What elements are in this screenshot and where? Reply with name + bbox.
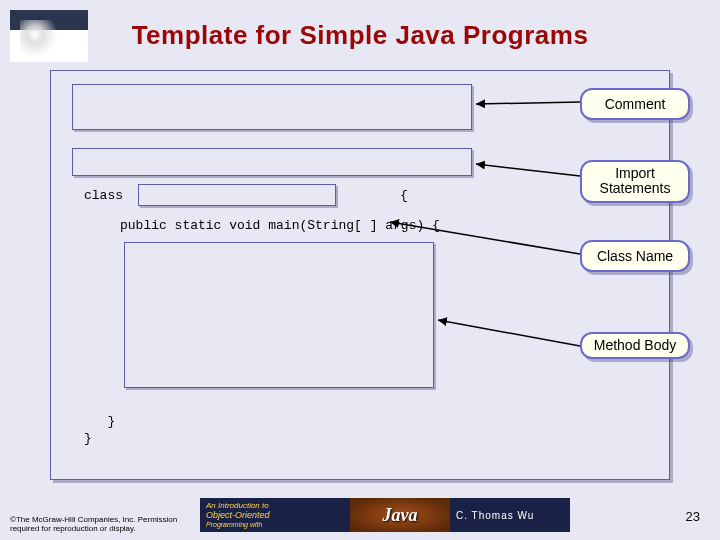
label-comment: Comment [580,88,690,120]
banner-logo: Java [350,498,450,532]
label-method-body-text: Method Body [594,337,677,353]
code-class-open-brace: { [400,188,408,203]
banner-line3: Programming with [206,521,344,529]
slide-thumbnail-image [10,10,88,62]
placeholder-method-body [124,242,434,388]
label-method-body: Method Body [580,332,690,359]
label-class-name: Class Name [580,240,690,272]
placeholder-class-name [138,184,336,206]
label-import: ImportStatements [580,160,690,203]
banner-author: C. Thomas Wu [450,498,570,532]
banner-line2: Object-Oriented [206,510,344,520]
slide: Template for Simple Java Programs class … [0,0,720,540]
footer-copyright: ©The McGraw-Hill Companies, Inc. Permiss… [10,516,190,534]
banner-logo-text: Java [383,505,418,526]
placeholder-comment [72,84,472,130]
code-main-signature: public static void main(String[ ] args) … [120,218,440,233]
page-number: 23 [686,509,700,524]
code-class-keyword: class [84,188,123,203]
placeholder-import [72,148,472,176]
code-closing-braces: } } [84,414,115,448]
book-banner: An Introduction to Object-Oriented Progr… [200,498,570,532]
banner-line1: An Introduction to [206,501,344,510]
banner-left: An Introduction to Object-Oriented Progr… [200,498,350,532]
label-import-text: ImportStatements [600,165,671,196]
slide-title: Template for Simple Java Programs [0,20,720,51]
